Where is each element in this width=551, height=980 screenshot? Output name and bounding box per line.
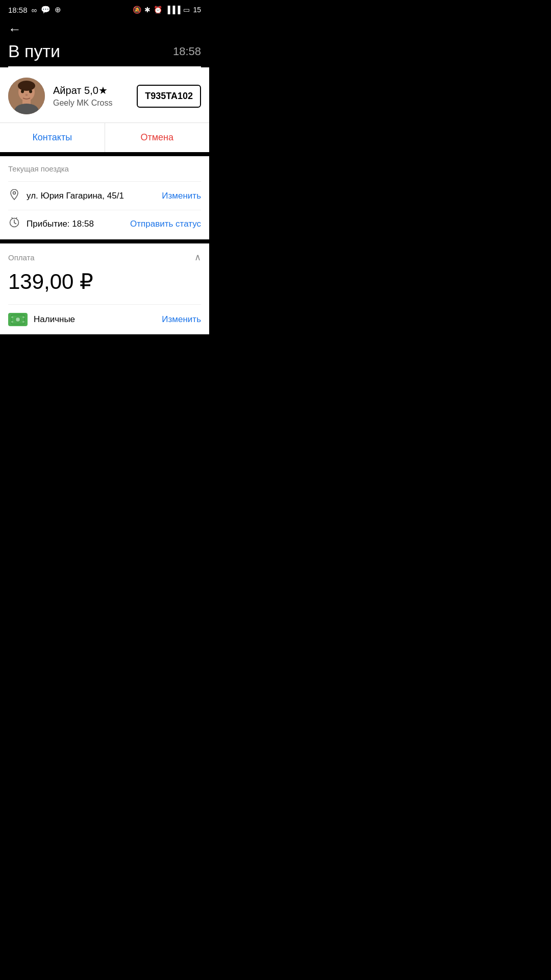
whatsapp-icon: ⊕ (55, 5, 61, 14)
arrival-text: Прибытие: 18:58 (27, 219, 94, 229)
battery-icon: ▭ (183, 6, 190, 14)
driver-name: Айрат 5,0★ (53, 84, 129, 96)
alarm-icon: ⏰ (154, 6, 162, 14)
status-bar: 18:58 ∞ 💬 ⊕ 🔕 ✱ ⏰ ▐▐▐ ▭ 15 (0, 0, 209, 17)
driver-car: Geely MK Cross (53, 99, 129, 108)
svg-rect-13 (11, 316, 13, 318)
driver-rating: 5,0★ (84, 85, 108, 96)
svg-point-8 (13, 192, 16, 194)
driver-avatar (8, 78, 45, 114)
arrival-row: Прибытие: 18:58 Отправить статус (8, 210, 201, 237)
message-icon: 💬 (41, 5, 51, 14)
header-time: 18:58 (173, 45, 201, 58)
trip-section-label: Текущая поездка (8, 164, 201, 173)
payment-method-text: Наличные (34, 314, 75, 325)
cash-icon (8, 313, 28, 326)
header: ← В пути 18:58 (0, 17, 209, 67)
send-status-button[interactable]: Отправить статус (130, 219, 201, 229)
clock-icon (8, 217, 20, 230)
collapse-icon[interactable]: ∧ (194, 252, 201, 263)
svg-point-12 (16, 318, 19, 321)
svg-rect-14 (22, 321, 24, 323)
change-address-button[interactable]: Изменить (162, 191, 201, 201)
bluetooth-icon: ✱ (144, 6, 151, 14)
signal-icon: ▐▐▐ (165, 6, 181, 14)
contacts-button[interactable]: Контакты (0, 123, 105, 152)
payment-method-left: Наличные (8, 313, 75, 326)
cancel-button[interactable]: Отмена (105, 123, 210, 152)
address-text: ул. Юрия Гагарина, 45/1 (27, 191, 124, 201)
address-left: ул. Юрия Гагарина, 45/1 (8, 189, 124, 203)
change-payment-button[interactable]: Изменить (162, 314, 201, 325)
payment-header: Оплата ∧ (8, 252, 201, 263)
infinity-icon: ∞ (32, 6, 37, 14)
driver-info: Айрат 5,0★ Geely MK Cross (53, 84, 129, 108)
trip-card: Текущая поездка ул. Юрия Гагарина, 45/1 … (0, 156, 209, 239)
svg-point-2 (18, 81, 35, 91)
payment-card: Оплата ∧ 139,00 ₽ Наличные Изменить (0, 243, 209, 334)
page-title: В пути (8, 41, 60, 61)
payment-amount: 139,00 ₽ (8, 269, 201, 294)
battery-level: 15 (193, 6, 201, 14)
back-button[interactable]: ← (8, 21, 21, 37)
status-right: 🔕 ✱ ⏰ ▐▐▐ ▭ 15 (133, 6, 201, 14)
driver-card: Айрат 5,0★ Geely MK Cross T935TA102 Конт… (0, 67, 209, 152)
arrival-left: Прибытие: 18:58 (8, 217, 94, 230)
svg-rect-15 (11, 321, 13, 323)
title-row: В пути 18:58 (8, 41, 201, 66)
svg-point-5 (21, 90, 24, 93)
payment-section-label: Оплата (8, 253, 35, 262)
svg-point-7 (26, 94, 28, 96)
status-left: 18:58 ∞ 💬 ⊕ (8, 5, 61, 14)
actions-row: Контакты Отмена (0, 122, 209, 152)
svg-rect-16 (22, 316, 24, 318)
payment-method-row: Наличные Изменить (8, 304, 201, 334)
driver-row: Айрат 5,0★ Geely MK Cross T935TA102 (0, 67, 209, 122)
location-icon (8, 189, 20, 203)
silent-icon: 🔕 (133, 6, 141, 14)
plate-badge: T935TA102 (137, 85, 201, 108)
svg-point-6 (29, 90, 32, 93)
status-time: 18:58 (8, 6, 28, 14)
address-row: ул. Юрия Гагарина, 45/1 Изменить (8, 181, 201, 210)
